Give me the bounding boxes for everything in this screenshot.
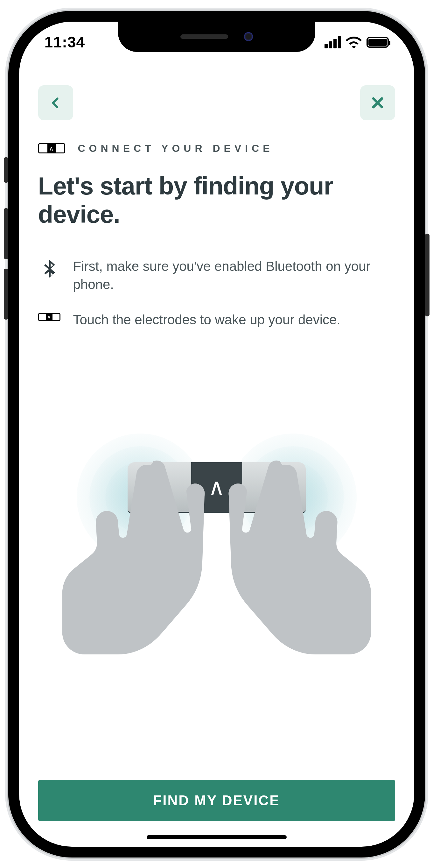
status-time: 11:34	[44, 33, 85, 51]
top-bar	[38, 85, 395, 120]
chevron-left-icon	[49, 95, 62, 111]
home-indicator[interactable]	[147, 835, 287, 839]
steps-list: First, make sure you've enabled Bluetoot…	[38, 257, 395, 329]
illustration: ∧	[38, 342, 395, 767]
battery-icon	[367, 37, 389, 48]
device-mini-icon: ∧	[38, 143, 65, 153]
hand-left-icon	[51, 456, 216, 687]
step-touch: ∧ Touch the electrodes to wake up your d…	[38, 311, 395, 329]
page-title: Let's start by finding your device.	[38, 172, 395, 229]
screen: 11:34 ∧ CONNECT YOUR DEVICE Let'	[19, 22, 414, 847]
volume-down	[4, 269, 8, 319]
device-icon: ∧	[38, 311, 61, 321]
content: ∧ CONNECT YOUR DEVICE Let's start by fin…	[19, 22, 414, 847]
phone-frame: 11:34 ∧ CONNECT YOUR DEVICE Let'	[8, 11, 425, 858]
step-bluetooth: First, make sure you've enabled Bluetoot…	[38, 257, 395, 293]
find-device-button[interactable]: FIND MY DEVICE	[38, 780, 395, 821]
wifi-icon	[346, 36, 361, 49]
close-icon	[370, 95, 385, 110]
cellular-signal-icon	[325, 36, 341, 49]
mute-switch	[4, 157, 8, 183]
status-right	[325, 36, 389, 49]
eyebrow: ∧ CONNECT YOUR DEVICE	[38, 143, 395, 154]
step-text: First, make sure you've enabled Bluetoot…	[73, 257, 395, 293]
back-button[interactable]	[38, 85, 73, 120]
eyebrow-text: CONNECT YOUR DEVICE	[78, 143, 274, 154]
bluetooth-icon	[38, 257, 61, 280]
hand-right-icon	[216, 456, 382, 687]
status-bar: 11:34	[19, 22, 414, 63]
close-button[interactable]	[360, 85, 395, 120]
step-text: Touch the electrodes to wake up your dev…	[73, 311, 341, 329]
power-button	[425, 234, 430, 316]
volume-up	[4, 208, 8, 259]
